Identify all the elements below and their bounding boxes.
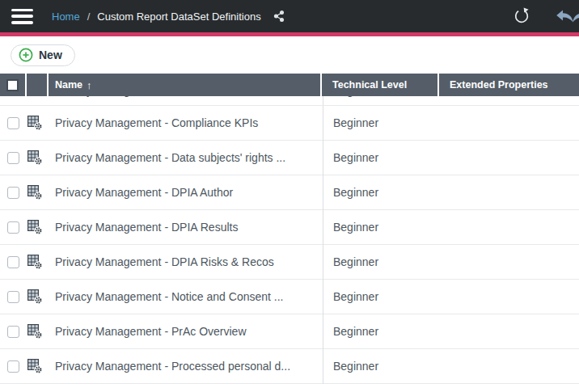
row-checkbox[interactable]: [7, 360, 19, 373]
technical-level-value: Beginner: [323, 360, 440, 373]
header-technical-level-label: Technical Level: [332, 79, 407, 91]
header-name-label: Name: [55, 79, 82, 91]
technical-level-value: Beginner: [323, 151, 440, 164]
row-checkbox[interactable]: [7, 187, 19, 199]
dataset-grid-gear-icon[interactable]: [27, 289, 49, 305]
toolbar: New: [0, 36, 579, 74]
redo-icon-clipped[interactable]: [572, 10, 579, 27]
row-checkbox[interactable]: [7, 152, 19, 164]
row-checkbox[interactable]: [7, 256, 19, 268]
table-row[interactable]: Privacy Management - DPIA Author Beginne…: [0, 175, 579, 210]
sort-ascending-icon[interactable]: ↑: [87, 79, 92, 91]
technical-level-value: Beginner: [323, 186, 440, 199]
row-checkbox-cell: [0, 221, 27, 234]
dataset-name[interactable]: Privacy Management - Data subjects' righ…: [49, 151, 323, 164]
header-extended-properties[interactable]: Extended Properties: [439, 74, 579, 96]
table-row[interactable]: Privacy Management - Processed personal …: [0, 349, 579, 384]
dataset-grid-gear-icon[interactable]: [27, 323, 49, 339]
row-checkbox-cell: [0, 291, 27, 303]
technical-level-value: Beginner: [333, 96, 378, 97]
header-extended-properties-label: Extended Properties: [450, 79, 548, 91]
technical-level-value: Beginner: [323, 325, 440, 338]
row-checkbox-cell: [0, 360, 27, 373]
dataset-name: Privacy Management - ...: [55, 96, 181, 97]
hamburger-menu-icon[interactable]: [11, 9, 33, 24]
header-name[interactable]: Name ↑: [49, 74, 322, 96]
table-row[interactable]: Privacy Management - PrAc Overview Begin…: [0, 314, 579, 349]
dataset-grid-gear-icon[interactable]: [27, 219, 49, 235]
table-row[interactable]: Privacy Management - Notice and Consent …: [0, 280, 579, 314]
plus-circle-icon: [19, 48, 33, 62]
header-technical-level[interactable]: Technical Level: [322, 74, 439, 96]
table-row[interactable]: Privacy Management - Data subjects' righ…: [0, 141, 579, 175]
header-checkbox-cell: [0, 74, 27, 96]
share-icon[interactable]: [273, 10, 285, 23]
breadcrumb-home-link[interactable]: Home: [52, 11, 80, 23]
page-title: Custom Report DataSet Definitions: [97, 11, 260, 23]
technical-level-value: Beginner: [323, 116, 440, 129]
breadcrumb: Home / Custom Report DataSet Definitions: [52, 11, 261, 23]
table-row-clipped[interactable]: Privacy Management - ... Beginner: [0, 96, 579, 106]
technical-level-value: Beginner: [323, 221, 440, 234]
row-checkbox-cell: [0, 187, 27, 199]
technical-level-value: Beginner: [323, 255, 440, 268]
row-checkbox-cell: [0, 117, 27, 129]
dataset-name[interactable]: Privacy Management - DPIA Results: [49, 221, 323, 234]
row-checkbox[interactable]: [7, 221, 19, 234]
header-icon-cell: [27, 74, 49, 96]
row-checkbox-cell: [0, 152, 27, 164]
table-row[interactable]: Privacy Management - DPIA Results Beginn…: [0, 210, 579, 245]
row-checkbox[interactable]: [7, 326, 19, 338]
dataset-name[interactable]: Privacy Management - Processed personal …: [49, 360, 323, 373]
refresh-icon[interactable]: [512, 6, 531, 26]
row-checkbox[interactable]: [7, 117, 19, 129]
dataset-grid-gear-icon[interactable]: [27, 150, 49, 166]
row-checkbox-cell: [0, 326, 27, 338]
new-button-label: New: [39, 48, 62, 61]
dataset-name[interactable]: Privacy Management - Compliance KPIs: [49, 116, 323, 129]
column-separator-line: [323, 96, 323, 384]
row-checkbox-cell: [0, 256, 27, 268]
dataset-name[interactable]: Privacy Management - DPIA Author: [49, 186, 323, 199]
dataset-grid-gear-icon[interactable]: [27, 184, 49, 200]
dataset-grid-gear-icon[interactable]: [27, 254, 49, 270]
dataset-grid-gear-icon[interactable]: [27, 115, 49, 131]
dataset-grid-gear-icon[interactable]: [27, 358, 49, 374]
top-navigation-bar: Home / Custom Report DataSet Definitions: [0, 0, 579, 32]
table-body: Privacy Management - ... Beginner Privac…: [0, 96, 579, 384]
breadcrumb-separator: /: [87, 11, 91, 23]
technical-level-value: Beginner: [323, 290, 440, 303]
dataset-name[interactable]: Privacy Management - DPIA Risks & Recos: [49, 255, 323, 268]
table-row[interactable]: Privacy Management - Compliance KPIs Beg…: [0, 106, 579, 141]
row-checkbox[interactable]: [7, 291, 19, 303]
select-all-checkbox[interactable]: [6, 79, 19, 91]
dataset-name[interactable]: Privacy Management - PrAc Overview: [49, 325, 323, 338]
dataset-name[interactable]: Privacy Management - Notice and Consent …: [49, 290, 323, 303]
table-row[interactable]: Privacy Management - DPIA Risks & Recos …: [0, 245, 579, 280]
new-button[interactable]: New: [11, 44, 75, 66]
table-header: Name ↑ Technical Level Extended Properti…: [0, 74, 579, 96]
